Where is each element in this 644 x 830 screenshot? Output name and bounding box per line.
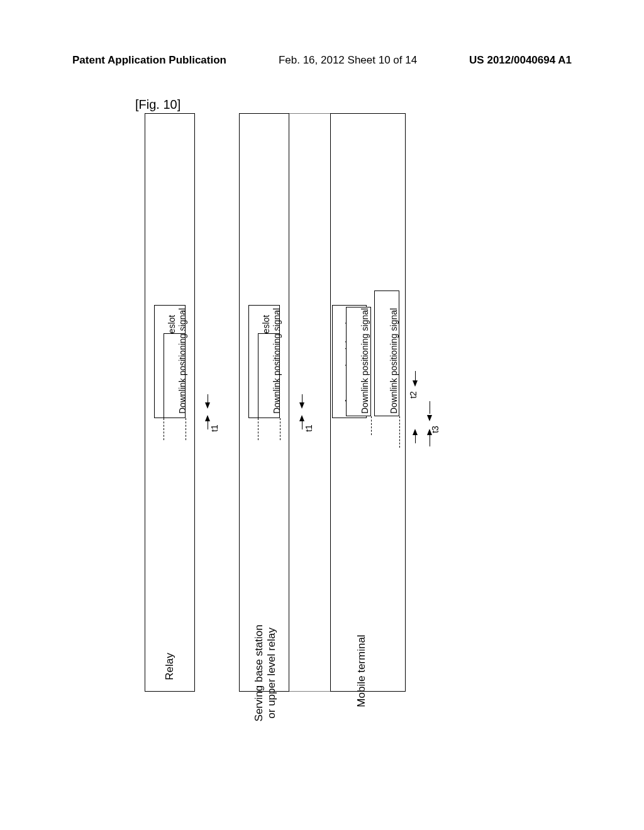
- label-relay: Relay: [164, 604, 176, 729]
- dash-mobile-dps1: [371, 416, 372, 435]
- dash-relay-left: [164, 418, 164, 440]
- serving-downlink-signal-text: Downlink positioning signal: [272, 308, 282, 414]
- dash-relay-right: [186, 418, 186, 440]
- header-date-sheet: Feb. 16, 2012 Sheet 10 of 14: [279, 54, 417, 67]
- figure-label: [Fig. 10]: [135, 97, 180, 112]
- header-patent-id: US 2012/0040694 A1: [469, 54, 572, 67]
- dash-mobile-dps2: [399, 416, 400, 448]
- label-mobile: Mobile terminal: [355, 608, 368, 734]
- mobile-downlink-signal-2-text: Downlink positioning signal: [389, 308, 399, 414]
- mobile-t3-label: t3: [430, 426, 440, 433]
- header-publication: Patent Application Publication: [72, 54, 226, 67]
- label-serving: Serving base stationor upper level relay: [253, 585, 279, 761]
- diagram: Relay Serving base stationor upper level…: [145, 113, 484, 692]
- relay-downlink-signal-text: Downlink positioning signal: [177, 308, 187, 414]
- relay-t1-label: t1: [209, 424, 219, 432]
- serving-t1-label: t1: [304, 424, 314, 432]
- dash-serving-left: [258, 418, 258, 440]
- dash-serving-right: [280, 418, 280, 440]
- mobile-t2-label: t2: [408, 391, 418, 399]
- connector-lines: [145, 113, 484, 692]
- mobile-downlink-signal-1-text: Downlink positioning signal: [360, 308, 370, 414]
